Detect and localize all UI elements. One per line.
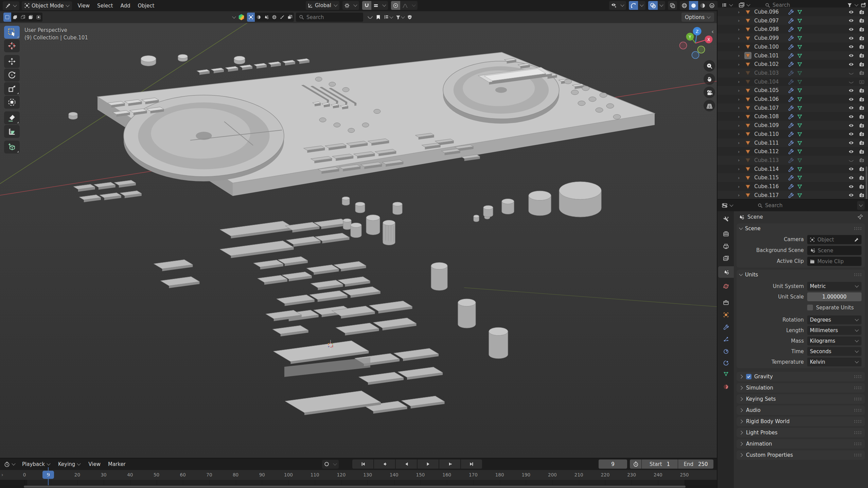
mesh-data-icon[interactable]: [797, 18, 802, 23]
mesh-data-icon[interactable]: [797, 114, 802, 119]
outliner-row[interactable]: › Cube.097: [718, 16, 868, 25]
outliner-row[interactable]: › Cube.103: [718, 69, 868, 77]
mesh-object-icon[interactable]: [744, 183, 751, 190]
falloff-dropdown[interactable]: [410, 1, 418, 10]
tab-tool[interactable]: [718, 213, 734, 225]
field-active-clip[interactable]: Movie Clip: [807, 257, 862, 266]
end-frame-field[interactable]: End250: [678, 459, 713, 469]
panel-grip[interactable]: [854, 227, 862, 230]
outliner-row[interactable]: › Cube.116: [718, 182, 868, 191]
modifier-wrench-icon[interactable]: [788, 35, 794, 41]
camera-icon[interactable]: [859, 166, 865, 172]
panel-header[interactable]: Keying Sets: [737, 394, 865, 404]
tab-material[interactable]: [718, 381, 734, 393]
gizmo-dropdown[interactable]: [638, 1, 645, 10]
mesh-data-icon[interactable]: [797, 35, 802, 41]
mesh-object-icon[interactable]: [744, 122, 751, 129]
mesh-object-icon[interactable]: [744, 78, 751, 85]
panel-grip[interactable]: [854, 397, 862, 401]
expand-arrow[interactable]: ›: [738, 158, 740, 163]
object-name[interactable]: Cube.115: [754, 175, 783, 181]
eye-closed-icon[interactable]: [848, 79, 854, 85]
camera-icon[interactable]: [859, 140, 865, 146]
options-button[interactable]: Options: [681, 13, 714, 22]
tool-rotate[interactable]: [4, 69, 20, 82]
eye-open-icon[interactable]: [848, 96, 854, 102]
object-name[interactable]: Cube.114: [754, 166, 783, 172]
playhead-line[interactable]: [48, 467, 49, 485]
mesh-object-icon[interactable]: [744, 8, 751, 16]
expand-arrow[interactable]: ›: [738, 175, 740, 180]
camera-icon[interactable]: [859, 157, 865, 163]
outliner-row[interactable]: › Cube.115: [718, 173, 868, 182]
overlays-icon[interactable]: [648, 1, 658, 10]
start-frame-field[interactable]: Start1: [642, 459, 678, 469]
panel-header-scene[interactable]: Scene: [737, 223, 865, 233]
properties-options-dropdown[interactable]: [857, 201, 865, 210]
select-mode-invert[interactable]: [27, 13, 35, 22]
eye-open-icon[interactable]: [848, 131, 854, 137]
mesh-data-icon[interactable]: [797, 131, 802, 137]
expand-arrow[interactable]: ›: [738, 114, 740, 119]
proportional-editing-icon[interactable]: [391, 1, 400, 10]
eye-closed-icon[interactable]: [848, 157, 854, 163]
tool-annotate[interactable]: [4, 111, 20, 124]
next-keyframe-icon[interactable]: [439, 459, 460, 469]
expand-arrow[interactable]: ›: [738, 140, 740, 145]
play-icon[interactable]: [418, 459, 439, 469]
panel-grip[interactable]: [854, 375, 862, 378]
mesh-object-icon[interactable]: [744, 69, 751, 76]
mesh-object-icon[interactable]: [744, 165, 751, 173]
camera-icon[interactable]: [859, 26, 865, 32]
outliner-row[interactable]: › Cube.114: [718, 165, 868, 174]
dropdown-length[interactable]: Millimeters: [807, 326, 862, 335]
tab-scene[interactable]: [718, 266, 734, 278]
modifier-wrench-icon[interactable]: [788, 123, 794, 128]
eye-open-icon[interactable]: [848, 61, 854, 67]
eye-open-icon[interactable]: [848, 175, 854, 181]
object-name[interactable]: Cube.101: [754, 53, 783, 59]
editor-type-button[interactable]: [3, 1, 19, 10]
modifier-wrench-icon[interactable]: [788, 70, 794, 76]
mesh-object-icon[interactable]: [744, 52, 751, 59]
expand-arrow[interactable]: ›: [738, 88, 740, 93]
mesh-data-icon[interactable]: [797, 149, 802, 154]
snap-with-icon[interactable]: [371, 1, 380, 10]
camera-disabled-icon[interactable]: [859, 79, 865, 85]
falloff-curve-icon[interactable]: [400, 1, 410, 10]
camera-icon[interactable]: [859, 70, 865, 76]
zoom-icon[interactable]: [704, 60, 715, 72]
modifier-wrench-icon[interactable]: [788, 166, 794, 172]
mesh-object-icon[interactable]: [744, 104, 751, 111]
outliner-row[interactable]: › Cube.102: [718, 60, 868, 69]
object-name[interactable]: Cube.112: [754, 148, 783, 155]
expand-arrow[interactable]: ›: [738, 123, 740, 128]
panel-header[interactable]: Simulation: [737, 383, 865, 393]
outliner-row[interactable]: › Cube.099: [718, 34, 868, 42]
blend-file-icon[interactable]: [238, 14, 245, 21]
mesh-data-icon[interactable]: [797, 53, 802, 58]
pan-hand-icon[interactable]: [704, 73, 715, 85]
select-mode-set[interactable]: [3, 13, 11, 22]
object-name[interactable]: Cube.096: [754, 9, 783, 15]
chevron-down-icon[interactable]: [232, 15, 236, 18]
tool-select-box[interactable]: [4, 26, 20, 39]
mesh-object-icon[interactable]: [744, 26, 751, 33]
auto-key-record-icon[interactable]: [322, 460, 331, 469]
gravity-checkbox[interactable]: [746, 374, 751, 379]
camera-icon[interactable]: [859, 149, 865, 155]
mesh-data-icon[interactable]: [797, 9, 802, 15]
camera-icon[interactable]: [859, 53, 865, 58]
modifier-wrench-icon[interactable]: [788, 9, 794, 15]
secondary-search-input[interactable]: Search: [296, 13, 363, 22]
panel-header-units[interactable]: Units: [737, 270, 865, 279]
eye-open-icon[interactable]: [848, 18, 854, 23]
overlays-dropdown[interactable]: [658, 1, 665, 10]
panel-grip[interactable]: [854, 409, 862, 412]
menu-object[interactable]: Object: [134, 3, 158, 9]
object-visibility-dropdown[interactable]: [609, 1, 626, 10]
mesh-object-icon[interactable]: [744, 139, 751, 146]
curve-icon[interactable]: [367, 14, 373, 20]
timeline-track-area[interactable]: [0, 480, 717, 485]
eye-open-icon[interactable]: [848, 53, 854, 58]
